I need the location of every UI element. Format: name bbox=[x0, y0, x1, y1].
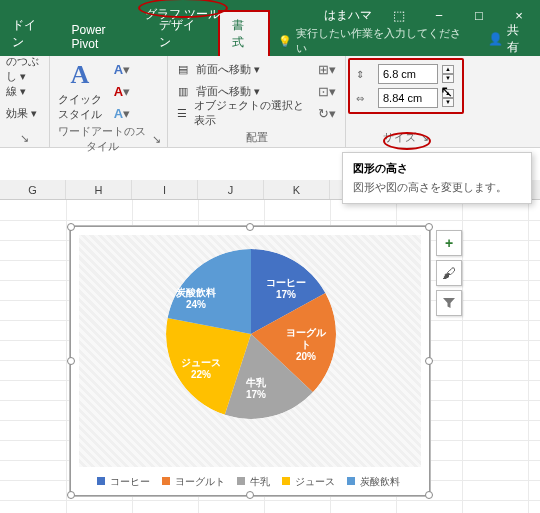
col-header[interactable]: J bbox=[198, 180, 264, 199]
shape-fill-button[interactable]: のつぶし ▾ bbox=[6, 58, 43, 80]
label-milk: 牛乳 17% bbox=[246, 377, 266, 401]
tab-addin[interactable]: ドイン bbox=[0, 12, 60, 56]
width-icon: ⇔ bbox=[356, 93, 374, 104]
tab-format[interactable]: 書式 bbox=[218, 10, 270, 56]
align-button[interactable]: ⊞▾ bbox=[315, 58, 339, 80]
text-effects-button[interactable]: A▾ bbox=[110, 102, 134, 124]
shape-effects-button[interactable]: 効果 ▾ bbox=[6, 102, 37, 124]
user-name: はまハマ bbox=[324, 7, 372, 24]
rotate-button[interactable]: ↻▾ bbox=[315, 102, 339, 124]
wordart-group-label: ワードアートのスタイル bbox=[56, 124, 148, 154]
arrange-group-label: 配置 bbox=[174, 130, 339, 147]
send-backward-icon: ▥ bbox=[174, 83, 192, 99]
wordart-launcher-icon[interactable]: ↘ bbox=[152, 133, 161, 146]
lightbulb-icon: 💡 bbox=[278, 35, 292, 48]
chart-elements-button[interactable]: + bbox=[436, 230, 462, 256]
quick-style-button[interactable]: A クイック スタイル bbox=[56, 58, 104, 124]
tooltip-body: 図形や図の高さを変更します。 bbox=[353, 180, 521, 195]
shape-outline-button[interactable]: 線 ▾ bbox=[6, 80, 26, 102]
quick-style-label: クイック スタイル bbox=[58, 92, 102, 122]
shape-height-input[interactable] bbox=[378, 64, 438, 84]
chart-object[interactable]: コーヒー 17% ヨーグル ト 20% 牛乳 17% ジュース 22% 炭酸飲料… bbox=[70, 226, 430, 496]
col-header[interactable]: I bbox=[132, 180, 198, 199]
launcher-icon[interactable]: ↘ bbox=[6, 132, 43, 147]
label-coffee: コーヒー 17% bbox=[266, 277, 306, 301]
tooltip-shape-height: 図形の高さ 図形や図の高さを変更します。 bbox=[342, 152, 532, 204]
ribbon-options-icon[interactable]: ⬚ bbox=[386, 8, 412, 23]
selection-pane-button[interactable]: ☰オブジェクトの選択と表示 bbox=[174, 102, 309, 124]
text-fill-button[interactable]: A▾ bbox=[110, 58, 134, 80]
group-button[interactable]: ⊡▾ bbox=[315, 80, 339, 102]
tooltip-title: 図形の高さ bbox=[353, 161, 521, 176]
wordart-a-icon: A bbox=[71, 60, 90, 90]
chart-filter-button[interactable] bbox=[436, 290, 462, 316]
width-spinner[interactable]: ▲▼ bbox=[442, 89, 454, 107]
share-label: 共有 bbox=[507, 22, 530, 56]
tell-me-placeholder: 実行したい作業を入力してください bbox=[296, 26, 470, 56]
col-header[interactable]: K bbox=[264, 180, 330, 199]
share-icon: 👤 bbox=[488, 32, 503, 46]
label-soda: 炭酸飲料 24% bbox=[176, 287, 216, 311]
bring-forward-button[interactable]: ▤前面へ移動 ▾ bbox=[174, 58, 309, 80]
size-group-label: サイズ bbox=[383, 130, 416, 145]
chart-tools-label: グラフ ツール bbox=[145, 6, 220, 23]
share-button[interactable]: 👤 共有 bbox=[478, 22, 540, 56]
text-outline-button[interactable]: A▾ bbox=[110, 80, 134, 102]
col-header[interactable]: H bbox=[66, 180, 132, 199]
label-yogurt: ヨーグル ト 20% bbox=[286, 327, 326, 363]
cell-grid[interactable]: コーヒー 17% ヨーグル ト 20% 牛乳 17% ジュース 22% 炭酸飲料… bbox=[0, 200, 540, 513]
close-button[interactable]: × bbox=[506, 8, 532, 23]
bring-forward-icon: ▤ bbox=[174, 61, 192, 77]
height-spinner[interactable]: ▲▼ bbox=[442, 65, 454, 83]
col-header[interactable]: G bbox=[0, 180, 66, 199]
tell-me-box[interactable]: 💡 実行したい作業を入力してください bbox=[270, 26, 478, 56]
funnel-icon bbox=[442, 296, 456, 310]
minimize-button[interactable]: − bbox=[426, 8, 452, 23]
size-launcher-icon[interactable]: ↘ bbox=[420, 131, 429, 144]
label-juice: ジュース 22% bbox=[181, 357, 221, 381]
height-icon: ⇕ bbox=[356, 69, 374, 80]
tab-powerpivot[interactable]: Power Pivot bbox=[60, 18, 147, 56]
selection-pane-icon: ☰ bbox=[174, 105, 190, 121]
maximize-button[interactable]: □ bbox=[466, 8, 492, 23]
shape-width-input[interactable] bbox=[378, 88, 438, 108]
chart-styles-button[interactable]: 🖌 bbox=[436, 260, 462, 286]
chart-legend[interactable]: コーヒー ヨーグルト 牛乳 ジュース 炭酸飲料 bbox=[71, 475, 429, 489]
